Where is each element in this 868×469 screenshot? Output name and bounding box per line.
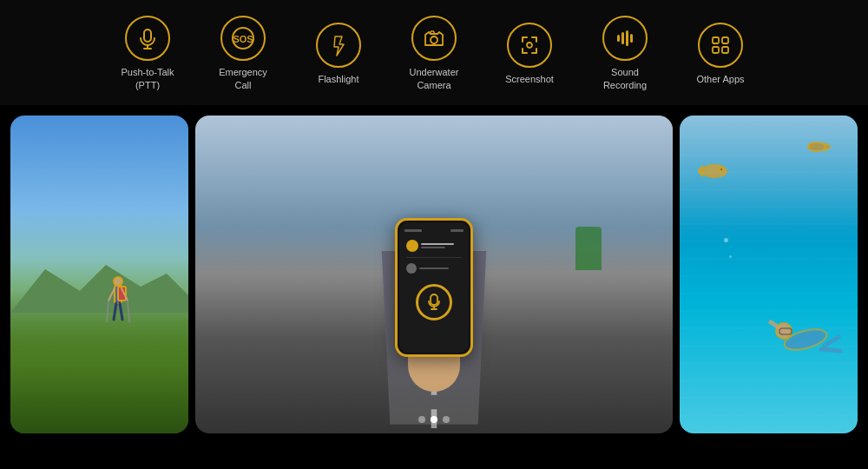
contact-row [403,240,465,252]
svg-line-22 [107,301,108,322]
mountain-svg [10,261,188,313]
svg-rect-28 [431,294,437,305]
image-showcase [0,105,868,444]
hand-phone-container [395,218,473,357]
underwater-card [680,116,858,433]
signal-indicator [450,229,464,232]
svg-rect-6 [431,31,434,34]
underwater-camera-icon [411,16,457,61]
time-indicator [404,229,422,232]
contact-avatar-2 [406,263,417,274]
svg-rect-14 [713,47,719,53]
underwater-scene [680,116,858,433]
svg-line-21 [108,288,115,301]
ptt-mic-svg [427,294,441,311]
svg-line-40 [825,337,838,346]
emergency-call-icon: SOS [220,16,266,61]
ptt-icon [125,16,170,61]
features-bar: Push-to-Talk(PTT) SOS EmergencyCall Flas… [0,0,868,105]
svg-rect-8 [617,35,620,42]
hiker-scene [10,116,188,433]
road-card [195,116,673,433]
dot-2[interactable] [431,416,437,423]
screenshot-label: Screenshot [505,73,554,86]
svg-marker-17 [10,265,188,313]
contact-text-2 [419,268,462,269]
other-apps-label: Other Apps [696,73,744,86]
sound-recording-icon [602,16,648,61]
status-bar [403,229,465,234]
feature-emergency-call[interactable]: SOS EmergencyCall [195,16,291,93]
feature-screenshot[interactable]: Screenshot [482,23,577,86]
contact-avatar [406,240,418,252]
svg-rect-11 [630,34,633,43]
svg-line-26 [120,303,122,320]
svg-rect-10 [626,30,628,46]
svg-line-25 [114,303,116,320]
water-ripple [680,116,858,433]
road-scene [195,116,673,433]
pagination-dots [418,416,450,423]
contact-status-line [421,247,445,248]
svg-point-5 [431,36,437,43]
feature-underwater-camera[interactable]: UnderwaterCamera [386,16,482,93]
emergency-call-label: EmergencyCall [219,66,267,93]
underwater-camera-label: UnderwaterCamera [410,66,459,93]
flashlight-icon [316,23,361,68]
ptt-button-screen [416,284,452,320]
svg-line-41 [821,349,840,351]
svg-point-18 [114,277,122,286]
feature-ptt[interactable]: Push-to-Talk(PTT) [100,16,195,93]
road-sign [575,227,602,270]
svg-line-24 [128,301,129,322]
contact-row-2 [403,263,465,274]
svg-rect-13 [722,37,728,43]
contact-text [421,243,462,248]
ptt-label: Push-to-Talk(PTT) [121,66,174,93]
feature-sound-recording[interactable]: SoundRecording [577,16,673,93]
hiker-card [10,116,188,433]
phone-screen [399,222,469,353]
phone-in-hand [395,218,473,357]
svg-rect-12 [713,37,719,43]
sound-recording-label: SoundRecording [603,66,647,93]
screen-divider [406,257,463,258]
svg-rect-9 [621,32,624,44]
flashlight-label: Flashlight [318,73,358,86]
feature-flashlight[interactable]: Flashlight [291,23,386,86]
contact-name-line [421,243,454,245]
svg-rect-15 [722,47,728,53]
screenshot-icon [507,23,552,68]
other-apps-icon [698,23,743,68]
dot-3[interactable] [443,416,450,423]
dot-1[interactable] [418,416,425,423]
feature-other-apps[interactable]: Other Apps [673,23,768,86]
contact-name-line-2 [419,268,449,269]
hiker-figure-svg [105,274,131,344]
svg-point-7 [527,43,532,48]
svg-rect-0 [144,30,151,42]
svg-text:SOS: SOS [233,34,253,44]
phone-device [395,218,473,357]
swimmer-svg [762,301,849,370]
